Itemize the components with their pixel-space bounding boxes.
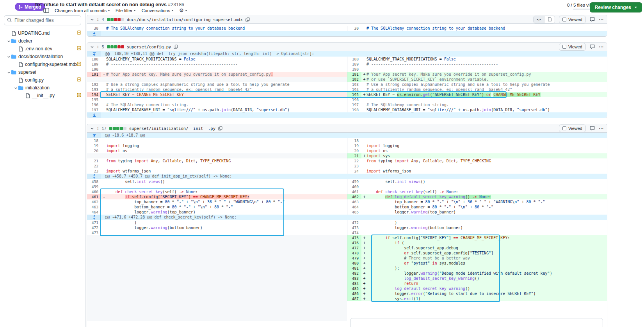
line-number[interactable]: 20 (87, 148, 101, 153)
filter-changed-files-input[interactable] (4, 15, 81, 25)
line-number[interactable]: 18 (347, 138, 361, 143)
line-number[interactable]: 473 (347, 225, 361, 230)
line-number[interactable]: 20 (347, 148, 361, 153)
line-number[interactable]: 189 (347, 62, 361, 67)
line-number[interactable]: 188 (87, 57, 101, 62)
comment-icon[interactable] (590, 44, 595, 49)
line-number[interactable]: 23 (87, 169, 101, 174)
line-number[interactable]: 484 (347, 281, 361, 286)
line-number[interactable]: 476 (347, 240, 361, 245)
inline-comment-form[interactable] (350, 318, 603, 327)
file-path[interactable]: superset/config.py (127, 44, 171, 49)
expand-hunk-button[interactable] (87, 51, 101, 57)
collapse-file-chevron-icon[interactable] (90, 18, 94, 21)
viewed-checkbox[interactable] (562, 18, 566, 21)
line-number[interactable]: 474 (347, 230, 361, 235)
line-number[interactable]: 471 (87, 220, 101, 225)
line-number[interactable]: 197 (347, 102, 361, 107)
line-number[interactable]: 18 (87, 138, 101, 143)
file-options-kebab[interactable]: ⋯ (599, 44, 604, 50)
line-number[interactable]: 195 (87, 97, 101, 102)
viewed-checkbox[interactable] (562, 126, 566, 130)
line-number[interactable]: 197 (87, 107, 101, 112)
line-number[interactable]: 483 (347, 276, 361, 281)
expand-hunk-button[interactable] (87, 174, 101, 179)
menu-changes-from-commits[interactable]: Changes from all commits (55, 8, 110, 13)
viewed-toggle-button[interactable]: Viewed (559, 43, 586, 51)
expand-hunk-button[interactable] (87, 133, 101, 138)
line-number[interactable]: 196 (347, 97, 361, 102)
line-number[interactable]: 480 (347, 261, 361, 266)
line-number[interactable]: 21 (347, 153, 361, 158)
copy-path-icon[interactable] (174, 44, 178, 49)
line-number[interactable]: 194 (87, 92, 101, 97)
drag-handle-icon[interactable]: ↕ (97, 17, 99, 21)
line-number[interactable]: 190 (347, 67, 361, 72)
line-number[interactable]: 479 (347, 256, 361, 261)
line-number[interactable]: 22 (87, 164, 101, 169)
line-number[interactable]: 464 (347, 204, 361, 210)
file-options-kebab[interactable]: ⋯ (599, 17, 604, 22)
line-number[interactable]: 196 (87, 102, 101, 107)
copy-path-icon[interactable] (246, 17, 250, 22)
expand-hunk-button[interactable] (87, 215, 101, 220)
file-path[interactable]: superset/initialization/__init__.py (129, 126, 215, 131)
viewed-checkbox[interactable] (562, 45, 566, 49)
line-number[interactable]: 477 (347, 245, 361, 251)
collapse-file-chevron-icon[interactable] (90, 45, 94, 49)
copy-path-icon[interactable] (218, 126, 222, 131)
sidebar-file--init-py[interactable]: __init__.py (2, 92, 83, 100)
sidebar-file-config-py[interactable]: config.py (2, 76, 83, 84)
collapse-file-chevron-icon[interactable] (90, 126, 94, 130)
line-number[interactable]: 190 (87, 67, 101, 72)
line-number[interactable]: 30 (87, 26, 101, 31)
line-number[interactable]: 19 (347, 143, 361, 148)
line-number[interactable]: 459 (347, 179, 361, 184)
line-number[interactable]: 191 (347, 72, 361, 77)
file-tree-toggle-icon[interactable] (43, 8, 49, 13)
line-number[interactable]: 459 (87, 184, 101, 189)
line-number[interactable]: 473 (87, 230, 101, 235)
line-number[interactable]: 472 (347, 220, 361, 225)
line-number[interactable]: 19 (87, 143, 101, 148)
line-number[interactable]: 460 (87, 189, 101, 194)
line-number[interactable]: 463 (347, 199, 361, 204)
line-number[interactable]: 458 (87, 179, 101, 184)
line-number[interactable]: 485 (347, 286, 361, 291)
file-path[interactable]: docs/docs/installation/configuring-super… (127, 17, 243, 22)
line-number[interactable]: 461 (347, 189, 361, 194)
line-number[interactable]: 464 (87, 210, 101, 215)
menu-file-filter[interactable]: File filter (116, 8, 136, 13)
line-number[interactable]: 21 (87, 158, 101, 164)
comment-icon[interactable] (590, 17, 595, 22)
sidebar-folder-superset[interactable]: superset (2, 68, 83, 76)
line-number[interactable]: 24 (347, 169, 361, 174)
line-number[interactable]: 192 (87, 82, 101, 87)
line-number[interactable]: 482 (347, 271, 361, 276)
line-number[interactable]: 461 (87, 194, 101, 199)
line-number[interactable]: 192 (347, 77, 361, 82)
line-number[interactable]: 475 (347, 235, 361, 240)
line-number[interactable]: 462 (347, 194, 361, 199)
viewed-toggle-button[interactable]: Viewed (559, 124, 586, 132)
line-number[interactable]: 22 (347, 158, 361, 164)
line-number[interactable]: 478 (347, 251, 361, 256)
line-number[interactable]: 465 (347, 210, 361, 215)
sidebar-folder-docker[interactable]: docker (2, 37, 83, 45)
expand-down-button[interactable] (87, 31, 101, 36)
sidebar-file-configuring-superset-mdx[interactable]: configuring-superset.mdx (2, 60, 83, 68)
rich-view-button[interactable] (544, 16, 555, 23)
source-view-button[interactable]: <> (534, 16, 544, 23)
comment-icon[interactable] (590, 126, 595, 131)
line-number[interactable]: 472 (87, 225, 101, 230)
sidebar-folder-docs-docs-installation[interactable]: docs/docs/installation (2, 53, 83, 60)
viewed-toggle-button[interactable]: Viewed (559, 16, 586, 23)
drag-handle-icon[interactable]: ↕ (97, 44, 99, 49)
sidebar-file--env-non-dev[interactable]: .env-non-dev (2, 45, 83, 53)
line-number[interactable]: 198 (347, 107, 361, 112)
line-number[interactable]: 481 (347, 266, 361, 271)
line-number[interactable]: 195 (347, 92, 361, 97)
line-number[interactable]: 487 (347, 296, 361, 301)
line-number[interactable]: 23 (347, 164, 361, 169)
drag-handle-icon[interactable]: ↕ (97, 126, 99, 130)
